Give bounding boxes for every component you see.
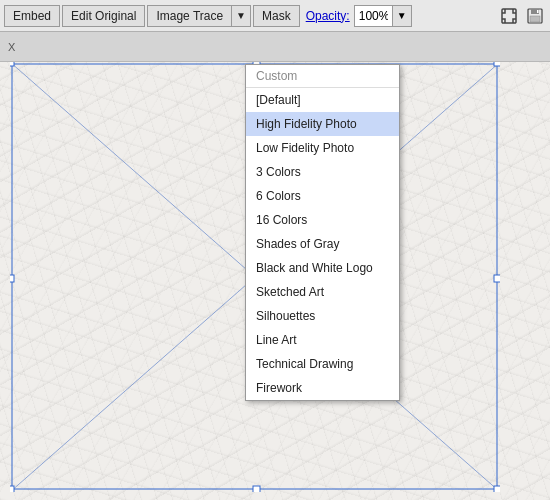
save-icon[interactable] [524,5,546,27]
mask-button[interactable]: Mask [253,5,300,27]
image-trace-button-group: Image Trace ▼ [147,5,251,27]
dropdown-header: Custom [246,65,399,88]
embed-button[interactable]: Embed [4,5,60,27]
svg-rect-0 [502,9,516,23]
dropdown-item-sketched-art[interactable]: Sketched Art [246,280,399,304]
toolbar: Embed Edit Original Image Trace ▼ Mask O… [0,0,550,32]
svg-rect-4 [537,10,539,13]
ruler-x-label: X [8,41,15,53]
svg-rect-10 [494,62,500,66]
fit-page-icon[interactable] [498,5,520,27]
opacity-control: ▼ [354,5,412,27]
opacity-input[interactable] [354,5,392,27]
ruler-bar: X [0,32,550,62]
svg-rect-3 [530,16,540,22]
dropdown-item-default[interactable]: [Default] [246,88,399,112]
image-trace-dropdown-arrow[interactable]: ▼ [231,5,251,27]
svg-rect-12 [494,275,500,282]
image-trace-dropdown-menu: Custom [Default]High Fidelity PhotoLow F… [245,64,400,401]
toolbar-icons [498,5,546,27]
canvas-area: X Custom [Default]High Fidelity PhotoLow… [0,32,550,500]
svg-rect-8 [10,62,14,66]
dropdown-items-list: [Default]High Fidelity PhotoLow Fidelity… [246,88,399,400]
edit-original-button[interactable]: Edit Original [62,5,145,27]
dropdown-item-6-colors[interactable]: 6 Colors [246,184,399,208]
dropdown-item-bw-logo[interactable]: Black and White Logo [246,256,399,280]
dropdown-item-3-colors[interactable]: 3 Colors [246,160,399,184]
dropdown-item-low-fidelity-photo[interactable]: Low Fidelity Photo [246,136,399,160]
opacity-dropdown-arrow[interactable]: ▼ [392,5,412,27]
dropdown-item-line-art[interactable]: Line Art [246,328,399,352]
dropdown-item-high-fidelity-photo[interactable]: High Fidelity Photo [246,112,399,136]
dropdown-item-firework[interactable]: Firework [246,376,399,400]
opacity-label[interactable]: Opacity: [306,9,350,23]
svg-rect-14 [253,486,260,492]
dropdown-item-16-colors[interactable]: 16 Colors [246,208,399,232]
dropdown-item-shades-of-gray[interactable]: Shades of Gray [246,232,399,256]
dropdown-item-technical-drawing[interactable]: Technical Drawing [246,352,399,376]
svg-rect-13 [10,486,14,492]
svg-rect-15 [494,486,500,492]
dropdown-item-silhouettes[interactable]: Silhouettes [246,304,399,328]
svg-rect-11 [10,275,14,282]
image-trace-button[interactable]: Image Trace [147,5,231,27]
